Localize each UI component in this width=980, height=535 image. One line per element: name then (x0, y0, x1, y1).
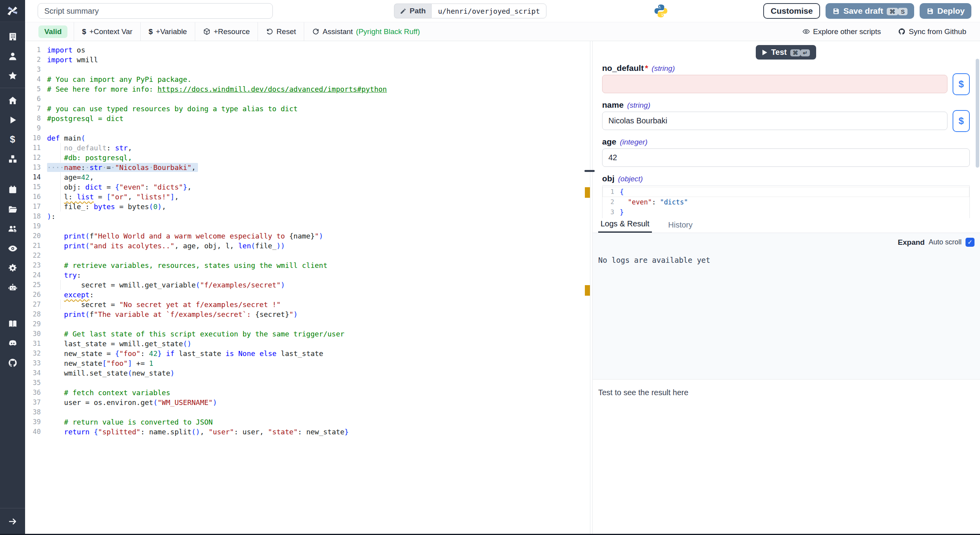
toolbar-variable-button[interactable]: $+Variable (142, 22, 194, 41)
sidebar-item-folder[interactable] (0, 199, 25, 219)
pencil-icon (400, 8, 407, 14)
code-token (47, 193, 64, 201)
editor-toolbar: Valid $+Context Var$+Variable+ResourceRe… (25, 22, 980, 41)
toolbar-reset-button[interactable]: Reset (259, 22, 303, 41)
users-icon (8, 224, 18, 234)
age-input[interactable] (602, 148, 970, 167)
save-draft-button[interactable]: Save draft ⌘S (826, 3, 914, 19)
sidebar-item-calendar[interactable] (0, 180, 25, 199)
code-token: ( (85, 232, 90, 240)
name-insert-variable-button[interactable]: $ (953, 110, 970, 132)
line-content: # You can import any PyPi package. (47, 74, 191, 84)
line-number: 3 (603, 207, 614, 217)
tab-history[interactable]: History (666, 221, 695, 233)
sidebar-expand-button[interactable] (0, 512, 25, 531)
line-content: # See here for more info: https://docs.w… (47, 84, 387, 94)
deploy-button[interactable]: Deploy (920, 3, 971, 19)
discord-icon (8, 338, 18, 348)
code-token (47, 291, 64, 299)
arrow-right-icon (8, 517, 18, 526)
code-token: "even" (119, 183, 145, 191)
panel-splitter[interactable] (590, 41, 593, 534)
expand-logs-button[interactable]: Expand (898, 238, 925, 247)
cubes-icon (8, 154, 18, 164)
sidebar-item-star[interactable] (0, 66, 25, 85)
code-token: "Hello World and a warm welcome especial… (94, 232, 289, 240)
sidebar-item-book[interactable] (0, 314, 25, 333)
line-content: #postgresql = dict (47, 114, 123, 123)
code-token: # you can use typed resources by doing a… (47, 105, 298, 113)
code-token: ) (213, 398, 217, 407)
indent-guide (60, 153, 61, 163)
code-token: {secret} (255, 310, 289, 318)
assistant-linters-label: (Pyright Black Ruff) (356, 27, 420, 36)
no_default-input[interactable] (602, 75, 947, 93)
sidebar-item-users[interactable] (0, 219, 25, 239)
sidebar-item-github[interactable] (0, 353, 25, 372)
line-number: 12 (25, 153, 41, 163)
sidebar-item-play[interactable] (0, 110, 25, 130)
tab-logs-result[interactable]: Logs & Result (598, 219, 652, 233)
code-token: ( (81, 134, 85, 142)
code-token: = (94, 193, 107, 201)
indent-guide (60, 280, 61, 290)
code-token: "or" (111, 193, 128, 201)
code-line-32: 32 new_state = {"foo": 42} if last_state… (25, 349, 590, 358)
toolbar-sync-from-github-button[interactable]: Sync from Github (898, 22, 966, 41)
scrollbar-thumb[interactable] (976, 59, 979, 168)
toolbar-assistant-button[interactable]: Assistant(Pyright Black Ruff) (305, 22, 427, 41)
code-line-35: 35 (25, 378, 590, 388)
customise-button[interactable]: Customise (763, 3, 820, 19)
line-number: 14 (25, 172, 41, 182)
code-token: print (64, 310, 85, 318)
save-icon (926, 7, 934, 15)
sidebar-item-gear[interactable] (0, 258, 25, 278)
code-line-28: 28 print(f"The variable at `f/examples/s… (25, 309, 590, 319)
customise-label: Customise (771, 6, 813, 16)
name-input[interactable] (602, 112, 947, 130)
code-token: # return value is converted to JSON (64, 418, 212, 426)
toolbar-label: +Variable (156, 27, 187, 36)
sidebar-item-dollar[interactable]: $ (0, 130, 25, 149)
refresh-icon (312, 28, 319, 35)
code-line-21: 21 print("and its acolytes..", age, obj,… (25, 241, 590, 251)
toolbar-resource-button[interactable]: +Resource (196, 22, 257, 41)
toolbar-explore-other-scripts-button[interactable]: Explore other scripts (802, 22, 881, 41)
code-token: } (158, 349, 162, 358)
code-token: ] (170, 193, 174, 201)
sidebar-item-person[interactable] (0, 46, 25, 66)
code-token: { (620, 188, 624, 196)
code-token: "WM_USERNAME" (158, 398, 213, 407)
windmill-logo[interactable] (0, 0, 25, 22)
test-button[interactable]: Test ⌘↵ (756, 45, 816, 60)
edit-path-button[interactable]: Path (394, 4, 431, 18)
code-line-31: 31 last_state = wmill.get_state() (25, 339, 590, 349)
code-token: is (225, 349, 234, 358)
code-token (47, 154, 64, 162)
code-token: dict (85, 183, 102, 191)
line-content: no_default: str, (47, 143, 132, 153)
line-number: 6 (25, 94, 41, 104)
sidebar-item-robot[interactable] (0, 278, 25, 297)
path-value[interactable]: u/henri/overjoyed_script (431, 4, 546, 18)
sidebar-item-eye[interactable] (0, 239, 25, 258)
autoscroll-checkbox[interactable]: ✓ (965, 238, 975, 247)
code-token: "lists!" (136, 193, 171, 201)
panel-splitter-handle[interactable] (584, 170, 595, 172)
sidebar-item-discord[interactable] (0, 333, 25, 353)
line-number: 11 (25, 143, 41, 153)
field-type: (object) (618, 175, 643, 183)
code-token: } (620, 208, 624, 216)
code-line-27: 27 secret = "No secret yet at f/examples… (25, 300, 590, 309)
line-content: { (620, 187, 624, 197)
sidebar-item-cubes[interactable] (0, 149, 25, 169)
obj-json-editor[interactable]: 1{2 "even": "dicts"3} (602, 185, 970, 218)
script-summary-input[interactable] (38, 3, 273, 19)
toolbar-contextvar-button[interactable]: $+Context Var (75, 22, 140, 41)
sidebar-item-home[interactable] (0, 90, 25, 110)
sidebar-item-building[interactable] (0, 27, 25, 46)
line-number: 18 (25, 211, 41, 221)
no_default-insert-variable-button[interactable]: $ (953, 73, 970, 95)
code-editor[interactable]: 1import os2import wmill34# You can impor… (25, 41, 590, 534)
code-token: ( (153, 398, 158, 407)
